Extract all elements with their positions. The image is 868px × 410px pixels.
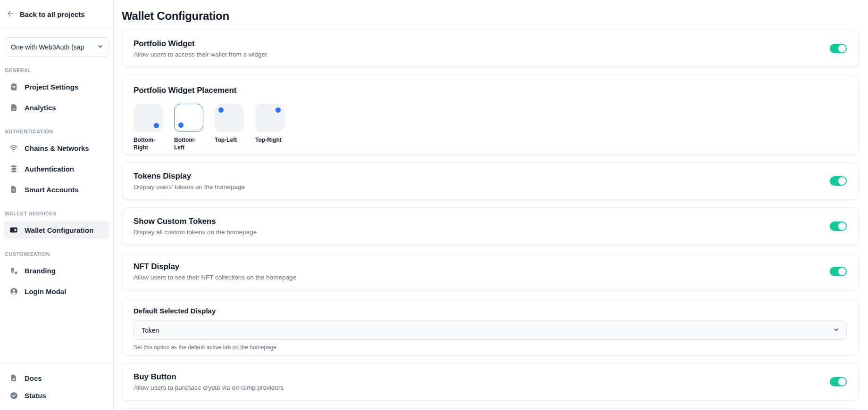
card-nft-display: NFT Display Allow users to see their NFT…: [122, 253, 859, 290]
sidebar-item-label: Authentication: [25, 165, 74, 173]
card-title: Portfolio Widget Placement: [134, 86, 847, 95]
toggle-knob: [838, 45, 846, 52]
toggle-knob: [838, 177, 846, 185]
analytics-doc-icon: [9, 103, 18, 112]
card-text: Tokens Display Display users' tokens on …: [134, 172, 245, 190]
clipboard-icon: [9, 82, 18, 91]
back-arrow-icon: [6, 9, 15, 19]
main-content: Wallet Configuration Portfolio Widget Al…: [114, 0, 868, 410]
placement-label: Top-Left: [215, 137, 244, 144]
section-label-authentication: AUTHENTICATION: [5, 129, 113, 134]
sidebar-item-label: Branding: [25, 267, 56, 275]
card-title: NFT Display: [134, 262, 296, 271]
placement-option-bottom-left[interactable]: Bottom-Left: [174, 104, 204, 151]
placement-label: Bottom-Left: [174, 137, 204, 151]
placement-option-top-left[interactable]: Top-Left: [215, 104, 244, 151]
document-icon: [9, 185, 18, 194]
sidebar-item-wallet-configuration[interactable]: Wallet Configuration: [4, 221, 109, 239]
sidebar-item-label: Wallet Configuration: [25, 226, 93, 234]
card-description: Allow users to see their NFT collections…: [134, 274, 296, 281]
card-title: Portfolio Widget: [134, 39, 267, 49]
placement-tile-selected: [174, 104, 203, 132]
sidebar-item-analytics[interactable]: Analytics: [4, 98, 109, 116]
database-icon: [9, 164, 18, 173]
placement-label: Bottom-Right: [134, 137, 163, 151]
card-description: Display users' tokens on the homepage: [134, 183, 245, 190]
card-text: NFT Display Allow users to see their NFT…: [134, 262, 296, 281]
sidebar-footer: Docs Status: [0, 363, 113, 410]
sidebar-item-authentication[interactable]: Authentication: [4, 160, 109, 178]
select-value: Token: [142, 327, 159, 334]
document-icon: [9, 373, 18, 383]
sidebar-item-label: Docs: [25, 374, 42, 382]
wallet-icon: [9, 225, 18, 235]
user-circle-icon: [9, 287, 18, 296]
card-description: Allow users to access their wallet from …: [134, 51, 267, 58]
project-selector-value: One with Web3Auth (sap: [11, 43, 94, 51]
tokens-display-toggle[interactable]: [830, 176, 847, 186]
sidebar-divider: [0, 27, 113, 28]
sidebar-item-label: Chains & Networks: [25, 144, 89, 152]
card-title: Default Selected Display: [134, 307, 847, 315]
wifi-icon: [9, 143, 18, 153]
sidebar-item-label: Login Modal: [25, 287, 66, 295]
card-title: Tokens Display: [134, 172, 245, 181]
sidebar-item-branding[interactable]: Branding: [4, 262, 109, 279]
buy-button-toggle[interactable]: [830, 377, 847, 386]
card-tokens-display: Tokens Display Display users' tokens on …: [122, 162, 859, 200]
sidebar-item-chains-networks[interactable]: Chains & Networks: [4, 139, 109, 157]
check-circle-icon: [9, 391, 18, 400]
placement-dot-icon: [218, 107, 224, 113]
app-window: Back to all projects One with Web3Auth (…: [0, 0, 868, 410]
paintbrush-icon: [9, 266, 18, 275]
show-custom-tokens-toggle[interactable]: [830, 221, 847, 231]
sidebar-item-label: Project Settings: [25, 83, 78, 91]
card-portfolio-widget: Portfolio Widget Allow users to access t…: [122, 30, 859, 67]
sidebar-item-login-modal[interactable]: Login Modal: [4, 282, 109, 300]
placement-dot-icon: [178, 123, 184, 128]
placement-label: Top-Right: [255, 137, 285, 144]
sidebar-item-smart-accounts[interactable]: Smart Accounts: [4, 180, 109, 198]
toggle-knob: [838, 378, 846, 385]
card-title: Show Custom Tokens: [134, 217, 257, 226]
page-title: Wallet Configuration: [122, 10, 859, 22]
section-label-customization: CUSTOMIZATION: [5, 251, 113, 257]
placement-tile: [255, 104, 284, 132]
placement-dot-icon: [154, 123, 159, 128]
card-description: Allow users to purchase crypto via on-ra…: [134, 384, 284, 391]
placement-tile: [134, 104, 163, 132]
sidebar-item-docs[interactable]: Docs: [4, 369, 109, 386]
toggle-knob: [838, 268, 846, 275]
select-helper-text: Set this option as the default active ta…: [134, 344, 847, 351]
section-label-wallet-services: WALLET SERVICES: [5, 211, 113, 216]
placement-dot-icon: [275, 107, 281, 113]
card-partial-next: [122, 408, 859, 410]
sidebar-item-status[interactable]: Status: [4, 387, 109, 404]
sidebar-item-project-settings[interactable]: Project Settings: [4, 78, 109, 96]
back-to-projects-link[interactable]: Back to all projects: [0, 0, 113, 27]
sidebar-item-label: Smart Accounts: [25, 186, 78, 194]
card-show-custom-tokens: Show Custom Tokens Display all custom to…: [122, 207, 859, 245]
section-label-general: GENERAL: [5, 67, 113, 73]
sidebar-item-label: Status: [25, 392, 46, 400]
card-portfolio-widget-placement: Portfolio Widget Placement Bottom-Right …: [122, 75, 859, 155]
project-selector-dropdown[interactable]: One with Web3Auth (sap: [4, 37, 109, 57]
card-default-selected-display: Default Selected Display Token Set this …: [122, 298, 859, 355]
back-label: Back to all projects: [20, 10, 85, 18]
nft-display-toggle[interactable]: [830, 267, 847, 276]
card-buy-button: Buy Button Allow users to purchase crypt…: [122, 363, 859, 401]
placement-option-bottom-right[interactable]: Bottom-Right: [134, 104, 163, 151]
default-display-select[interactable]: Token: [134, 320, 847, 340]
placement-tile: [215, 104, 244, 132]
placement-option-top-right[interactable]: Top-Right: [255, 104, 285, 151]
toggle-knob: [838, 222, 846, 230]
card-text: Buy Button Allow users to purchase crypt…: [134, 372, 284, 391]
placement-options: Bottom-Right Bottom-Left Top-Left Top-Ri…: [134, 104, 847, 151]
card-text: Portfolio Widget Allow users to access t…: [134, 39, 267, 58]
settings-card-list: Portfolio Widget Allow users to access t…: [122, 30, 859, 410]
sidebar-item-label: Analytics: [25, 104, 56, 112]
chevron-down-icon: [97, 43, 104, 51]
chevron-down-icon: [833, 326, 840, 335]
sidebar: Back to all projects One with Web3Auth (…: [0, 0, 114, 410]
portfolio-widget-toggle[interactable]: [830, 44, 847, 53]
